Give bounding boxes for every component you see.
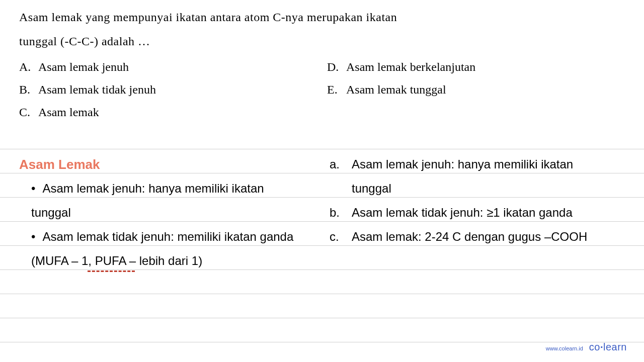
- option-b-text: Asam lemak tidak jenuh: [38, 83, 156, 97]
- option-a-text: Asam lemak jenuh: [38, 60, 129, 74]
- option-c[interactable]: C. Asam lemak: [19, 106, 317, 119]
- question-section: Asam lemak yang mempunyai ikatan antara …: [0, 0, 644, 124]
- notes-right: a. Asam lemak jenuh: hanya memiliki ikat…: [330, 125, 625, 273]
- letter-a-line2: tunggal: [330, 176, 625, 201]
- bullet-dot-icon: •: [31, 225, 35, 249]
- option-c-text: Asam lemak: [38, 106, 99, 119]
- logo-part2: learn: [603, 341, 627, 352]
- footer: www.colearn.id co·learn: [546, 341, 627, 353]
- ruled-line: [0, 270, 644, 294]
- letter-b-label: b.: [330, 201, 342, 225]
- option-d-text: Asam lemak berkelanjutan: [346, 60, 475, 74]
- ruled-content: Asam Lemak • Asam lemak jenuh: hanya mem…: [0, 125, 644, 273]
- bullet-dot-icon: •: [31, 176, 35, 201]
- section-title: Asam Lemak: [19, 152, 314, 176]
- bullet-1-line1: Asam lemak jenuh: hanya memiliki ikatan: [42, 176, 314, 201]
- underline-annotation: [88, 269, 135, 272]
- letter-a-label: a.: [330, 152, 342, 176]
- footer-logo: co·learn: [589, 341, 627, 353]
- letter-c-label: c.: [330, 225, 342, 249]
- ruled-line: [0, 318, 644, 342]
- bullet-2-line1: Asam lemak tidak jenuh: memiliki ikatan …: [42, 225, 314, 249]
- bullet-2-line2: (MUFA – 1, PUFA – lebih dari 1): [19, 249, 314, 273]
- letter-item-b: b. Asam lemak tidak jenuh: ≥1 ikatan gan…: [330, 201, 625, 225]
- option-b-label: B.: [19, 83, 33, 97]
- option-a[interactable]: A. Asam lemak jenuh: [19, 60, 317, 74]
- notes-left: Asam Lemak • Asam lemak jenuh: hanya mem…: [19, 125, 314, 273]
- option-a-label: A.: [19, 60, 33, 74]
- bullet-item-2: • Asam lemak tidak jenuh: memiliki ikata…: [19, 225, 314, 249]
- options-grid: A. Asam lemak jenuh D. Asam lemak berkel…: [19, 60, 625, 119]
- option-e[interactable]: E. Asam lemak tunggal: [327, 83, 625, 97]
- option-b[interactable]: B. Asam lemak tidak jenuh: [19, 83, 317, 97]
- ruled-section: Asam Lemak • Asam lemak jenuh: hanya mem…: [0, 125, 644, 342]
- option-d[interactable]: D. Asam lemak berkelanjutan: [327, 60, 625, 74]
- letter-item-c: c. Asam lemak: 2-24 C dengan gugus –COOH: [330, 225, 625, 249]
- question-text: Asam lemak yang mempunyai ikatan antara …: [19, 5, 625, 53]
- option-e-label: E.: [327, 83, 341, 97]
- letter-item-a: a. Asam lemak jenuh: hanya memiliki ikat…: [330, 152, 625, 176]
- option-d-label: D.: [327, 60, 341, 74]
- bullet-1-line2: tunggal: [19, 201, 314, 225]
- letter-a-line1: Asam lemak jenuh: hanya memiliki ikatan: [352, 152, 625, 176]
- letter-c-line1: Asam lemak: 2-24 C dengan gugus –COOH: [352, 225, 625, 249]
- bullet-item-1: • Asam lemak jenuh: hanya memiliki ikata…: [19, 176, 314, 201]
- question-line1: Asam lemak yang mempunyai ikatan antara …: [19, 5, 625, 29]
- option-c-label: C.: [19, 106, 33, 119]
- logo-part1: co: [589, 341, 600, 352]
- letter-b-line1: Asam lemak tidak jenuh: ≥1 ikatan ganda: [352, 201, 625, 225]
- notes-grid: Asam Lemak • Asam lemak jenuh: hanya mem…: [19, 125, 625, 273]
- ruled-line: [0, 294, 644, 318]
- option-e-text: Asam lemak tunggal: [346, 83, 446, 97]
- footer-url: www.colearn.id: [546, 345, 583, 351]
- question-line2: tunggal (-C-C-) adalah …: [19, 29, 625, 53]
